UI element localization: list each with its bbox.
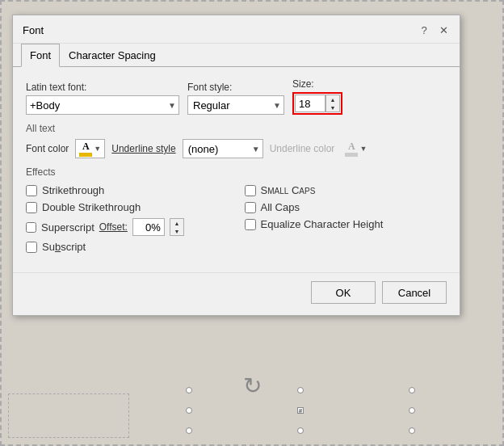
size-up-button[interactable]: ▲ [326, 95, 339, 103]
handle-dot[interactable] [186, 387, 192, 393]
cancel-button[interactable]: Cancel [382, 281, 447, 304]
all-caps-row: All Caps [245, 201, 447, 213]
handle-dot[interactable] [409, 407, 415, 414]
latin-font-input[interactable] [26, 95, 179, 115]
dialog-body: Latin text font: ▼ Font style: Regular I… [13, 67, 460, 272]
handle-dot[interactable] [186, 427, 192, 434]
handle-row-bot [186, 427, 415, 434]
underline-style-wrapper: (none) ▼ [183, 139, 263, 158]
close-button[interactable]: ✕ [435, 22, 452, 38]
dashed-box-left [8, 393, 129, 438]
offset-input[interactable] [132, 218, 165, 236]
font-style-select-wrapper: Regular Italic Bold Bold Italic ▼ [187, 95, 284, 115]
handle-row-top [186, 387, 415, 393]
equalize-row: Equalize Character Height [245, 218, 447, 230]
right-effects-col: SMALL CAPS All Caps Equalize Character H… [245, 184, 447, 253]
equalize-checkbox[interactable] [245, 219, 256, 230]
offset-label: Offset: [99, 221, 128, 233]
font-dialog: Font ? ✕ Font Character Spacing Latin te… [12, 15, 460, 316]
offset-spinner: ▲ ▼ [170, 218, 184, 236]
size-label: Size: [292, 78, 342, 90]
font-color-dropdown-icon: ▼ [94, 145, 101, 153]
ok-button[interactable]: OK [311, 281, 376, 304]
bottom-area: ↻ # [0, 357, 504, 446]
strikethrough-row: Strikethrough [26, 184, 229, 196]
effects-grid: Strikethrough Double Strikethrough Super… [26, 184, 447, 253]
underline-style-label: Underline style [111, 143, 175, 154]
handle-dot[interactable] [409, 387, 415, 393]
double-strikethrough-label: Double Strikethrough [42, 201, 141, 213]
small-caps-row: SMALL CAPS [245, 184, 447, 196]
latin-font-group: Latin text font: ▼ [26, 82, 179, 115]
font-style-group: Font style: Regular Italic Bold Bold Ita… [187, 82, 284, 115]
underline-color-button[interactable]: A ▼ [341, 139, 371, 158]
latin-font-select-wrapper: ▼ [26, 95, 179, 115]
underline-style-select[interactable]: (none) [183, 139, 263, 158]
small-caps-label: SMALL CAPS [261, 184, 316, 196]
superscript-label: Superscript [41, 221, 94, 234]
size-group: Size: ▲ ▼ [292, 78, 342, 115]
help-button[interactable]: ? [416, 22, 432, 38]
subscript-row: Subscript [26, 241, 229, 253]
alltext-label: All text [26, 123, 447, 134]
handle-dot[interactable] [297, 427, 304, 434]
superscript-checkbox[interactable] [26, 222, 36, 233]
size-input[interactable] [295, 95, 326, 112]
offset-down-button[interactable]: ▼ [170, 227, 183, 235]
dialog-title: Font [23, 24, 44, 36]
font-color-label: Font color [26, 143, 69, 154]
latin-font-label: Latin text font: [26, 82, 179, 93]
font-color-icon: A [79, 141, 92, 157]
tab-character-spacing[interactable]: Character Spacing [60, 44, 165, 67]
effects-label: Effects [26, 166, 447, 178]
alltext-row: Font color A ▼ Underline style (none) ▼ [26, 139, 447, 158]
superscript-row: Superscript Offset: ▲ ▼ [26, 218, 229, 236]
small-caps-checkbox[interactable] [245, 185, 256, 196]
subscript-label: Subscript [42, 241, 86, 253]
all-caps-checkbox[interactable] [245, 202, 256, 213]
tab-bar: Font Character Spacing [13, 44, 460, 67]
left-effects-col: Strikethrough Double Strikethrough Super… [26, 184, 229, 253]
titlebar: Font ? ✕ [13, 15, 460, 44]
strikethrough-checkbox[interactable] [26, 185, 37, 196]
handle-dot[interactable] [186, 407, 192, 414]
size-down-button[interactable]: ▼ [326, 103, 339, 112]
double-strikethrough-checkbox[interactable] [26, 202, 37, 213]
handle-dot[interactable] [409, 427, 415, 434]
handle-dot[interactable] [297, 387, 304, 393]
font-style-label: Font style: [187, 82, 284, 93]
size-box: ▲ ▼ [292, 92, 342, 115]
underline-color-dropdown-icon: ▼ [359, 145, 367, 153]
tab-font[interactable]: Font [21, 44, 60, 67]
dialog-footer: OK Cancel [13, 272, 460, 315]
strikethrough-label: Strikethrough [42, 184, 104, 196]
handle-row-mid: # [186, 407, 415, 414]
equalize-label: Equalize Character Height [261, 218, 384, 230]
subscript-checkbox[interactable] [26, 242, 37, 253]
offset-up-button[interactable]: ▲ [170, 219, 183, 227]
size-spinner: ▲ ▼ [326, 95, 340, 112]
font-color-button[interactable]: A ▼ [75, 139, 105, 158]
rotate-icon: ↻ [243, 372, 262, 399]
font-fields-row: Latin text font: ▼ Font style: Regular I… [26, 78, 447, 115]
titlebar-buttons: ? ✕ [416, 22, 452, 38]
underline-color-label: Underline color [270, 143, 335, 154]
all-caps-label: All Caps [261, 201, 300, 213]
font-style-select[interactable]: Regular Italic Bold Bold Italic [187, 95, 284, 115]
hash-icon: # [297, 407, 304, 414]
underline-color-icon: A [345, 141, 358, 157]
double-strikethrough-row: Double Strikethrough [26, 201, 229, 213]
